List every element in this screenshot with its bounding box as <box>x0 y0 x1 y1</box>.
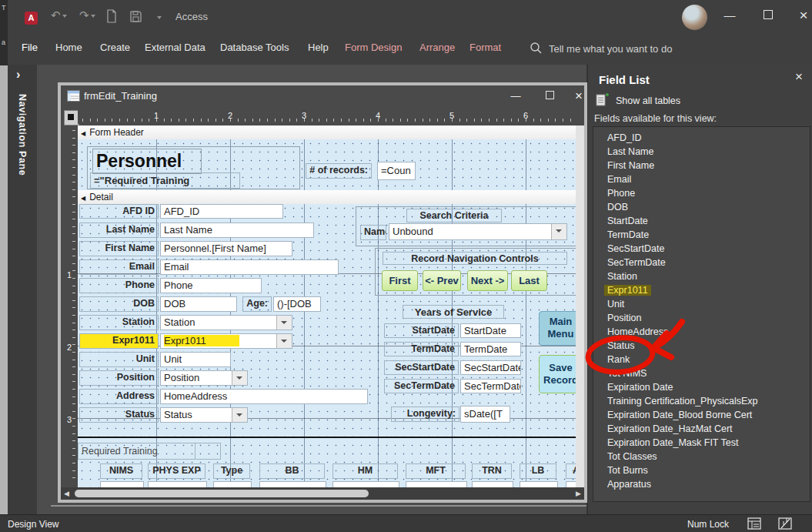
secstartdate-textbox[interactable]: SecStartDate <box>460 360 521 375</box>
unit-textbox[interactable]: Unit <box>160 352 231 367</box>
position-label[interactable]: Position <box>79 370 159 386</box>
scroll-right-icon[interactable]: ▶ <box>576 490 581 497</box>
dropdown-arrow-icon[interactable] <box>232 408 247 422</box>
minimize-button[interactable]: — <box>714 0 745 31</box>
startdate-label[interactable]: StartDate <box>384 323 459 338</box>
search-icon[interactable] <box>530 42 543 55</box>
field-item[interactable]: Expiration Date_Mask FIT Test <box>593 436 808 450</box>
records-count-label[interactable]: # of records: <box>306 163 372 179</box>
first-record-button[interactable]: First <box>382 270 418 291</box>
training-col-trn[interactable]: TRN <box>472 463 512 479</box>
search-name-combobox[interactable]: Unbound <box>389 223 567 240</box>
unit-label[interactable]: Unit <box>79 352 159 367</box>
undo-dropdown-icon[interactable] <box>62 15 67 18</box>
tab-home[interactable]: Home <box>55 42 82 53</box>
termdate-label[interactable]: TermDate <box>384 342 459 356</box>
navigation-pane-collapsed[interactable]: › Navigation Pane <box>8 65 38 514</box>
field-item[interactable]: Tot Burns <box>593 463 808 477</box>
last-record-button[interactable]: Last <box>511 270 547 291</box>
field-item[interactable]: Phone <box>593 186 808 200</box>
form-view-icon[interactable] <box>747 517 762 530</box>
expr1011-combobox[interactable]: Expr1011 <box>160 333 292 349</box>
tab-file[interactable]: File <box>22 42 38 53</box>
field-item[interactable]: Unit <box>593 297 808 311</box>
form-close-button[interactable]: × <box>569 87 589 105</box>
training-cell[interactable] <box>100 481 144 487</box>
email-textbox[interactable]: Email <box>160 259 339 275</box>
afd-id-label[interactable]: AFD ID <box>79 204 159 219</box>
sectermdate-textbox[interactable]: SecTermDate <box>460 379 521 393</box>
tab-create[interactable]: Create <box>100 42 130 53</box>
document-icon[interactable] <box>105 9 118 24</box>
longevity-label[interactable]: Longevity: <box>391 407 459 422</box>
expr1011-label[interactable]: Expr1011 <box>79 333 159 349</box>
tell-me-search[interactable]: Tell me what you want to do <box>549 43 672 55</box>
training-cell[interactable] <box>472 481 513 487</box>
age-label[interactable]: Age: <box>242 296 272 312</box>
termdate-textbox[interactable]: TermDate <box>460 342 521 356</box>
field-item[interactable]: Email <box>593 172 808 186</box>
field-item[interactable]: Expiration Date <box>593 380 808 394</box>
record-nav-label[interactable]: Record Navigation Controls <box>383 252 567 265</box>
training-cell[interactable] <box>259 481 326 487</box>
field-item[interactable]: Apparatus <box>593 477 808 491</box>
field-item[interactable]: Tot NIMS <box>593 366 808 380</box>
phone-label[interactable]: Phone <box>79 278 159 293</box>
account-avatar[interactable] <box>682 5 707 30</box>
status-label[interactable]: Status <box>79 407 159 423</box>
tab-external-data[interactable]: External Data <box>145 42 206 53</box>
dob-textbox[interactable]: DOB <box>160 296 237 312</box>
tab-format[interactable]: Format <box>469 42 501 53</box>
field-item[interactable]: Training Certification_PhysicalsExp <box>593 394 808 408</box>
years-of-service-label[interactable]: Years of Service <box>403 305 504 319</box>
field-item[interactable]: HomeAddress <box>593 325 808 339</box>
position-combobox[interactable]: Position <box>160 370 248 386</box>
form-maximize-button[interactable] <box>540 87 560 105</box>
training-col-type[interactable]: Type <box>213 463 250 479</box>
tab-database-tools[interactable]: Database Tools <box>220 42 289 53</box>
save-record-button[interactable]: Save Record <box>539 355 576 393</box>
tab-arrange[interactable]: Arrange <box>419 42 455 53</box>
scroll-left-icon[interactable]: ◀ <box>64 490 69 497</box>
age-textbox[interactable]: ()-[DOB <box>273 296 321 312</box>
records-count-textbox[interactable]: =Coun <box>377 162 416 180</box>
training-col-apparatus[interactable]: Apparatus <box>566 463 576 479</box>
field-item-rank-circled[interactable]: Rank <box>593 353 808 366</box>
training-cell[interactable] <box>406 481 467 487</box>
field-item[interactable]: DOB <box>593 200 808 214</box>
longevity-textbox[interactable]: sDate([T <box>460 406 510 423</box>
field-list-close-icon[interactable]: × <box>790 68 808 86</box>
address-label[interactable]: Address <box>79 389 159 404</box>
startdate-textbox[interactable]: StartDate <box>460 323 521 338</box>
prev-record-button[interactable]: <- Prev <box>423 270 461 291</box>
last-name-textbox[interactable]: Last Name <box>160 223 314 238</box>
training-cell[interactable] <box>566 481 576 487</box>
dob-label[interactable]: DOB <box>79 296 159 312</box>
tab-help[interactable]: Help <box>308 42 329 53</box>
station-label[interactable]: Station <box>79 315 159 330</box>
email-label[interactable]: Email <box>79 259 159 275</box>
close-button[interactable]: × <box>788 0 812 31</box>
field-item[interactable]: Status <box>593 339 808 353</box>
field-item[interactable]: Expiration Date_Blood Borne Cert <box>593 408 808 422</box>
show-all-tables-link[interactable]: Show all tables <box>616 95 680 106</box>
field-item[interactable]: Station <box>593 269 808 283</box>
field-item[interactable]: TermDate <box>593 228 808 242</box>
field-item[interactable]: Last Name <box>593 145 808 159</box>
status-combobox[interactable]: Status <box>160 407 248 423</box>
dropdown-arrow-icon[interactable] <box>276 334 292 348</box>
phone-textbox[interactable]: Phone <box>160 278 262 293</box>
last-name-label[interactable]: Last Name <box>79 223 159 238</box>
scrollbar-thumb[interactable] <box>75 490 369 497</box>
save-icon[interactable] <box>129 10 142 23</box>
field-item-expr1011-highlighted[interactable]: Expr1011 <box>593 283 808 297</box>
required-training-expr-label[interactable]: ="Required Training <box>90 172 240 189</box>
field-item[interactable]: AFD_ID <box>593 131 808 145</box>
main-menu-button[interactable]: Main Menu <box>539 311 576 346</box>
form-window-titlebar[interactable]: frmEdit_Training — × <box>61 85 584 107</box>
dropdown-arrow-icon[interactable] <box>276 316 292 330</box>
training-cell[interactable] <box>213 481 252 487</box>
design-view-icon[interactable] <box>777 517 793 530</box>
field-item[interactable]: First Name <box>593 159 808 172</box>
tab-form-design[interactable]: Form Design <box>345 42 402 53</box>
